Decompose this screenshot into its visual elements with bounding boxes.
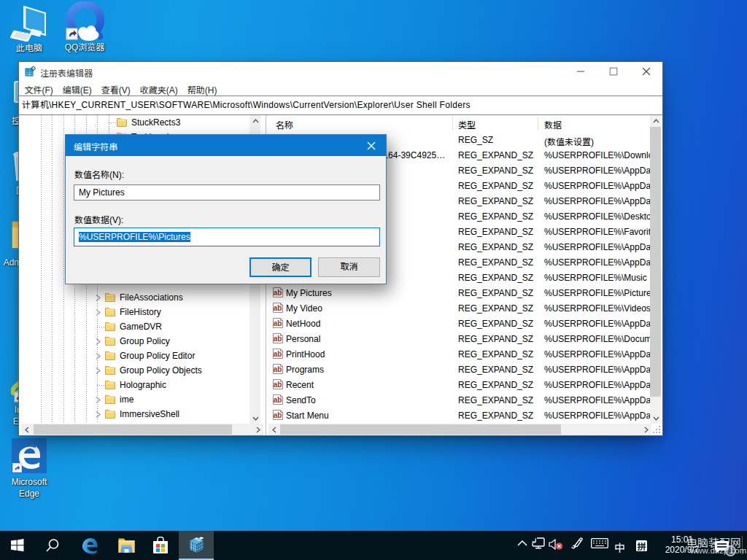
start-button[interactable]: [0, 531, 35, 560]
value-data: %USERPROFILE%\Music: [544, 273, 650, 283]
tray-ime-pinyin-indicator[interactable]: 拼: [636, 540, 647, 551]
value-name-field[interactable]: My Pictures: [74, 184, 380, 201]
taskbar-store-button[interactable]: [143, 531, 178, 560]
minimize-button[interactable]: [564, 62, 597, 81]
string-value-icon: [273, 303, 283, 315]
tray-volume-muted-icon[interactable]: [549, 538, 564, 551]
taskbar-file-explorer-button[interactable]: [109, 531, 144, 560]
tray-date: 2020/9/7: [649, 545, 715, 555]
value-data: %USERPROFILE%\Desktop: [544, 211, 650, 222]
expand-chevron-icon[interactable]: [96, 338, 101, 345]
value-data: %USERPROFILE%\Videos: [544, 303, 650, 314]
registry-editor-icon: [25, 66, 36, 77]
tree-item-immersiveshell[interactable]: ImmersiveShell: [19, 407, 266, 421]
menu-item[interactable]: 查看(V): [96, 81, 135, 96]
scroll-thumb[interactable]: [650, 127, 661, 397]
expand-chevron-icon[interactable]: [96, 353, 101, 359]
maximize-button[interactable]: [597, 62, 630, 81]
expand-chevron-icon[interactable]: [96, 309, 101, 316]
scroll-arrow-right[interactable]: [252, 424, 263, 435]
list-row[interactable]: My VideoREG_EXPAND_SZ%USERPROFILE%\Video…: [266, 300, 662, 316]
value-name: Start Menu: [286, 411, 446, 421]
value-data: %USERPROFILE%\AppData\Roaming\Microsoft\…: [544, 349, 650, 359]
value-type: REG_EXPAND_SZ: [458, 227, 533, 237]
tree-item-group-policy[interactable]: Group Policy: [19, 334, 266, 349]
scroll-thumb[interactable]: [280, 424, 561, 435]
scroll-arrow-right[interactable]: [640, 424, 651, 435]
list-row[interactable]: ProgramsREG_EXPAND_SZ%USERPROFILE%\AppDa…: [266, 362, 662, 377]
list-row[interactable]: NetHoodREG_EXPAND_SZ%USERPROFILE%\AppDat…: [266, 316, 662, 331]
tray-touch-keyboard-icon[interactable]: [591, 538, 608, 548]
tray-ime-mode-indicator[interactable]: 中: [614, 540, 625, 555]
value-data: (数值未设置): [544, 135, 650, 147]
scroll-arrow-left[interactable]: [21, 424, 32, 435]
scroll-arrow-up[interactable]: [250, 115, 260, 126]
ok-button[interactable]: 确定: [249, 257, 311, 277]
resize-grip[interactable]: [653, 426, 661, 434]
menu-item[interactable]: 帮助(H): [182, 81, 222, 96]
list-row[interactable]: SendToREG_EXPAND_SZ%USERPROFILE%\AppData…: [266, 392, 662, 408]
menu-item[interactable]: 文件(F): [20, 81, 58, 96]
dialog-close-button[interactable]: [357, 135, 386, 156]
cancel-button[interactable]: 取消: [318, 257, 380, 277]
search-button[interactable]: [35, 531, 70, 560]
column-header-type[interactable]: 类型: [458, 118, 476, 131]
scroll-arrow-down[interactable]: [651, 413, 661, 424]
list-horizontal-scrollbar[interactable]: [268, 424, 651, 435]
folder-icon: [105, 350, 115, 362]
window-title-bar[interactable]: 注册表编辑器: [19, 62, 662, 81]
column-header-name[interactable]: 名称: [276, 118, 293, 131]
desktop-icon-qq-browser[interactable]: QQ浏览器: [55, 1, 114, 53]
expand-chevron-icon[interactable]: [96, 397, 101, 403]
tree-item-label: Group Policy: [120, 336, 170, 346]
tree-item-filehistory[interactable]: FileHistory: [19, 305, 266, 319]
tree-item-ime[interactable]: ime: [19, 392, 266, 407]
desktop-icon-this-pc[interactable]: 此电脑: [0, 4, 58, 54]
taskbar-edge-button[interactable]: [72, 531, 107, 560]
list-vertical-scrollbar[interactable]: [650, 115, 661, 424]
value-data: %USERPROFILE%\AppData\Roaming\Microsoft\…: [544, 380, 650, 390]
column-header-data[interactable]: 数据: [544, 118, 562, 131]
desktop-icon-microsoft-edge[interactable]: Microsoft Edge: [0, 438, 58, 499]
value-type: REG_EXPAND_SZ: [458, 380, 533, 390]
tree-item-stuckrects3[interactable]: StuckRects3: [19, 115, 266, 130]
taskbar-registry-editor-button[interactable]: [179, 531, 214, 560]
value-data: %USERPROFILE%\AppData\Roaming\Microsoft\…: [544, 395, 650, 405]
folder-icon: [105, 365, 115, 377]
tray-network-icon[interactable]: [531, 537, 545, 549]
list-row[interactable]: Start MenuREG_EXPAND_SZ%USERPROFILE%\App…: [266, 408, 662, 423]
scroll-arrow-left[interactable]: [268, 424, 279, 435]
scroll-arrow-up[interactable]: [651, 115, 661, 126]
list-header: 名称 类型 数据: [266, 115, 662, 132]
list-row[interactable]: RecentREG_EXPAND_SZ%USERPROFILE%\AppData…: [266, 377, 662, 392]
tree-item-holographic[interactable]: Holographic: [19, 378, 266, 392]
menu-item[interactable]: 编辑(E): [58, 81, 96, 96]
string-value-icon: [273, 379, 283, 392]
list-row[interactable]: PrintHoodREG_EXPAND_SZ%USERPROFILE%\AppD…: [266, 346, 662, 362]
tree-item-fileassociations[interactable]: FileAssociations: [19, 290, 266, 305]
tree-item-group-policy-objects[interactable]: Group Policy Objects: [19, 363, 266, 378]
show-desktop-button[interactable]: [742, 536, 743, 555]
value-type: REG_EXPAND_SZ: [458, 273, 533, 283]
list-row[interactable]: My PicturesREG_EXPAND_SZ%USERPROFILE%\Pi…: [266, 285, 662, 300]
expand-chevron-icon[interactable]: [96, 411, 101, 418]
tree-item-group-policy-editor[interactable]: Group Policy Editor: [19, 349, 266, 363]
tray-windows-ink-icon[interactable]: [570, 537, 584, 550]
tray-chevron-up-icon[interactable]: [516, 540, 528, 547]
expand-chevron-icon[interactable]: [96, 295, 101, 301]
scroll-thumb[interactable]: [34, 424, 232, 435]
menu-item[interactable]: 收藏夹(A): [135, 81, 182, 96]
value-data-field[interactable]: %USERPROFILE%\Pictures: [74, 228, 380, 246]
close-button[interactable]: [630, 62, 662, 81]
address-bar[interactable]: 计算机\HKEY_CURRENT_USER\SOFTWARE\Microsoft…: [19, 96, 662, 115]
tree-horizontal-scrollbar[interactable]: [21, 424, 263, 435]
tray-clock[interactable]: 15:01 2020/9/7: [649, 531, 715, 560]
scroll-arrow-down[interactable]: [250, 413, 260, 424]
tree-item-label: StuckRects3: [131, 117, 180, 128]
tree-item-gamedvr[interactable]: GameDVR: [19, 319, 266, 334]
list-row[interactable]: PersonalREG_EXPAND_SZ%USERPROFILE%\Docum…: [266, 331, 662, 346]
dialog-title-bar[interactable]: 编辑字符串: [66, 135, 386, 156]
expand-chevron-icon[interactable]: [96, 368, 101, 374]
value-name: Recent: [286, 380, 446, 390]
value-type: REG_EXPAND_SZ: [458, 365, 533, 375]
